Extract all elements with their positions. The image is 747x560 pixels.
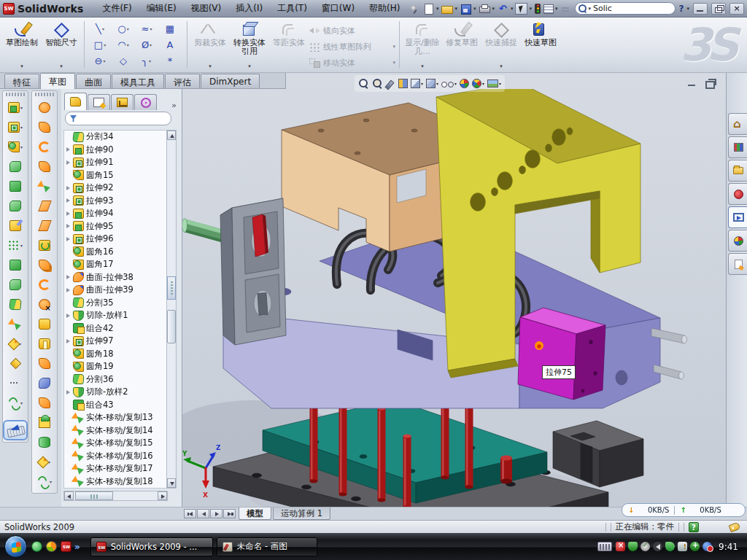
- model-slide-block-gray[interactable]: [220, 198, 286, 345]
- scroll-right-button[interactable]: [158, 491, 167, 500]
- tool-button[interactable]: [4, 295, 27, 314]
- tree-item[interactable]: 拉伸94: [66, 207, 167, 220]
- sketch-entity-button[interactable]: ◇: [112, 53, 135, 69]
- zoom-fit-button[interactable]: [358, 78, 369, 89]
- expand-arrow-icon[interactable]: [66, 223, 71, 229]
- tree-item[interactable]: 曲面-拉伸38: [66, 271, 167, 284]
- tree-item[interactable]: 组合42: [66, 322, 167, 335]
- tree-item[interactable]: 曲面-拉伸39: [66, 284, 167, 297]
- apply-scene-button[interactable]: ▾: [472, 79, 484, 88]
- dimxpert-manager-tab[interactable]: [134, 94, 157, 110]
- tree-item[interactable]: 圆角17: [66, 258, 167, 271]
- scroll-down-button[interactable]: [167, 478, 176, 488]
- tree-item[interactable]: 圆角15: [66, 169, 167, 182]
- convert-entities-button[interactable]: 转换实体引用 ▾: [231, 20, 268, 70]
- tree-item[interactable]: 实体-移动/复制14: [66, 424, 167, 438]
- expand-arrow-icon[interactable]: [66, 274, 71, 280]
- hide-show-items-button[interactable]: ▾: [441, 80, 457, 88]
- graphics-viewport[interactable]: Y Z X ▾▾▾▾▾ × 拉伸75: [182, 73, 726, 507]
- system-gear-icon[interactable]: [640, 542, 650, 551]
- expand-arrow-icon[interactable]: [66, 198, 71, 203]
- doc-tab[interactable]: 模型: [239, 508, 271, 520]
- expand-arrow-icon[interactable]: [66, 160, 71, 166]
- dropdown-arrow-icon[interactable]: ▾: [50, 479, 52, 484]
- property-manager-tab[interactable]: [88, 94, 110, 110]
- restore-button[interactable]: [711, 3, 726, 15]
- section-view-button[interactable]: [398, 79, 408, 88]
- tool-button[interactable]: [4, 354, 27, 373]
- tool-button[interactable]: [33, 117, 56, 137]
- toolbar-drag-handle[interactable]: [6, 93, 25, 96]
- tree-item[interactable]: 实体-移动/复制17: [66, 462, 167, 475]
- sketch-entity-button[interactable]: ╲▾: [88, 21, 112, 36]
- sketch-entity-button[interactable]: ◠▾: [112, 37, 135, 52]
- volume-icon[interactable]: [653, 542, 662, 551]
- dropdown-arrow-icon[interactable]: ▾: [104, 42, 106, 47]
- measure-tool-button-active[interactable]: [3, 420, 28, 440]
- model-insert-block-magenta[interactable]: [518, 308, 605, 400]
- dropdown-arrow-icon[interactable]: ▾: [248, 63, 251, 70]
- open-file-button[interactable]: [441, 3, 453, 15]
- tool-button[interactable]: [4, 275, 27, 295]
- sketch-entity-button[interactable]: ╮▾: [135, 53, 158, 69]
- tree-item[interactable]: 拉伸95: [66, 220, 167, 233]
- menu-item[interactable]: 文件(F): [96, 1, 137, 16]
- tree-item[interactable]: 分割34: [66, 131, 167, 144]
- next-tab-button[interactable]: [210, 509, 222, 518]
- dropdown-arrow-icon[interactable]: ▾: [20, 63, 23, 70]
- tool-button[interactable]: [33, 275, 56, 295]
- solidworks-search-tab[interactable]: [728, 183, 747, 205]
- tree-item[interactable]: 圆角18: [66, 348, 167, 361]
- configuration-manager-tab[interactable]: [111, 94, 133, 110]
- tool-button[interactable]: [4, 255, 27, 275]
- launcher-icon[interactable]: [46, 541, 57, 552]
- doc-tab[interactable]: 运动算例 1: [273, 508, 330, 520]
- tree-item[interactable]: 实体-移动/复制18: [66, 475, 167, 489]
- expand-arrow-icon[interactable]: [66, 147, 71, 152]
- sketch-entity-button[interactable]: ○▾: [112, 21, 135, 36]
- pin-icon[interactable]: [408, 3, 420, 15]
- tool-button[interactable]: [33, 373, 56, 393]
- tree-item[interactable]: 切除-放样2: [66, 386, 167, 399]
- tree-filter-input[interactable]: [65, 112, 171, 125]
- quick-tips-icon[interactable]: ?: [689, 522, 699, 532]
- security-shield-icon[interactable]: [628, 542, 638, 551]
- tool-button[interactable]: [33, 314, 56, 334]
- tool-button[interactable]: [4, 216, 27, 236]
- doc-minimize-button[interactable]: [684, 77, 700, 89]
- expand-arrow-icon[interactable]: [66, 287, 71, 293]
- tree-item[interactable]: 分割36: [66, 373, 167, 386]
- ribbon-tab[interactable]: 曲面: [76, 74, 111, 88]
- ribbon-tab[interactable]: 特征: [4, 74, 39, 88]
- zoom-area-button[interactable]: [372, 78, 383, 89]
- dropdown-arrow-icon[interactable]: ▾: [103, 58, 105, 63]
- new-file-button[interactable]: [422, 3, 435, 15]
- dropdown-arrow-icon[interactable]: ▾: [482, 81, 484, 86]
- dropdown-arrow-icon[interactable]: ▾: [499, 81, 501, 86]
- taskbar-app-button[interactable]: SolidWorks 2009 - ...: [90, 537, 213, 556]
- last-tab-button[interactable]: [223, 509, 236, 518]
- tool-button[interactable]: [33, 236, 56, 255]
- tool-button[interactable]: [33, 176, 56, 196]
- tool-button[interactable]: [33, 137, 56, 157]
- panel-overflow-button[interactable]: »: [169, 101, 179, 110]
- tool-button[interactable]: [33, 255, 56, 275]
- tool-button[interactable]: [33, 432, 56, 452]
- messenger-icon[interactable]: [31, 541, 42, 552]
- tool-button[interactable]: [4, 373, 27, 393]
- tree-item[interactable]: 实体-移动/复制16: [66, 450, 167, 463]
- sketch-entity-button[interactable]: ⊖▾: [88, 53, 112, 69]
- tool-button[interactable]: [4, 314, 27, 334]
- tool-button[interactable]: ▾: [33, 452, 56, 472]
- network-warning-icon[interactable]: [678, 542, 687, 551]
- menu-item[interactable]: 窗口(W): [316, 1, 360, 16]
- tool-button[interactable]: [33, 196, 56, 216]
- dropdown-arrow-icon[interactable]: ▾: [127, 42, 129, 47]
- dropdown-arrow-icon[interactable]: ▾: [60, 63, 63, 70]
- menu-item[interactable]: 视图(V): [185, 1, 228, 16]
- tree-vertical-scrollbar[interactable]: [166, 130, 177, 489]
- scroll-up-button[interactable]: [167, 131, 176, 140]
- search-box[interactable]: ▾ Solic: [575, 2, 676, 15]
- toolbar-drag-handle[interactable]: [35, 93, 54, 96]
- custom-properties-tab[interactable]: [728, 253, 747, 275]
